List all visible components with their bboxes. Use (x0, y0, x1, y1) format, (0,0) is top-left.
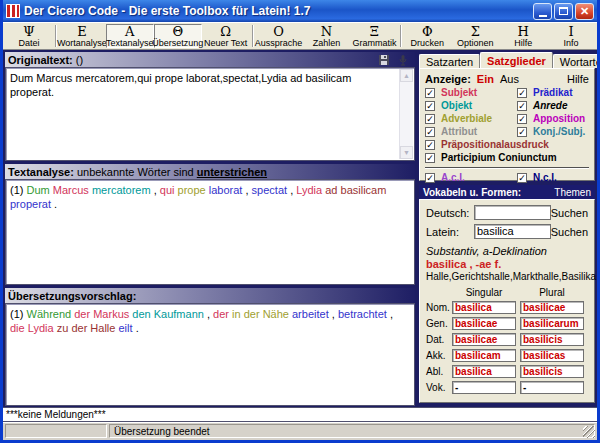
microphone-icon[interactable] (398, 54, 408, 66)
declension-row: Nom.basilicabasilicae (426, 299, 588, 315)
toolbar-button-hilfe[interactable]: HHilfe (499, 24, 547, 48)
textanalyse-note: unbekannte Wörter sind (77, 166, 194, 178)
checkbox[interactable]: ✓ (425, 173, 435, 183)
latein-suchen-button[interactable]: Suchen (551, 226, 588, 238)
checkbox[interactable]: ✓ (517, 114, 527, 124)
tab-satzarten[interactable]: Satzarten (419, 54, 480, 68)
anzeige-ein-button[interactable]: Ein (477, 73, 494, 85)
declension-singular-field[interactable]: basilicae (452, 333, 516, 346)
divider (425, 167, 589, 169)
checkbox[interactable]: ✓ (425, 127, 435, 137)
declension-plural-field[interactable]: basilicis (520, 333, 584, 346)
uebersetzung-area[interactable]: (1) Während der Markus den Kaufmann , de… (5, 303, 415, 406)
checkbox-bottom-left: ✓A.c.I. (425, 171, 589, 184)
checkbox[interactable]: ✓ (517, 173, 527, 183)
word-token: Marcus (53, 184, 89, 196)
checkbox-column-right: ✓Prädikat✓Anrede✓Apposition✓Konj./Subj. (517, 86, 585, 138)
checkbox[interactable]: ✓ (425, 88, 435, 98)
word-token: qui (160, 184, 175, 196)
word-token: Nähe (263, 308, 289, 320)
word-token: . (54, 198, 57, 210)
declension-singular-field[interactable]: basilicam (452, 349, 516, 362)
toolbar-button-übersetzung[interactable]: ΘÜbersetzung (154, 24, 202, 48)
originaltext-area[interactable]: Dum Marcus mercatorem,qui prope laborat,… (5, 67, 415, 161)
word-token: laborat (209, 184, 243, 196)
scrollbar[interactable]: ▲ ▼ (399, 69, 413, 159)
checkbox-label: N.c.I. (533, 172, 557, 183)
declension-singular-field[interactable]: basilicae (452, 317, 516, 330)
word-token: der (71, 322, 87, 334)
checkbox[interactable]: ✓ (425, 153, 435, 163)
word-token: spectat (252, 184, 287, 196)
latein-input[interactable]: basilica (474, 224, 551, 239)
declension-plural-field[interactable]: - (520, 381, 584, 394)
word-token: betrachtet (338, 308, 387, 320)
toolbar-button-label: Datei (18, 38, 39, 48)
word-token: prope (178, 184, 206, 196)
toolbar-button-info[interactable]: IInfo (547, 24, 595, 48)
textanalyse-note-underlined: unterstrichen (197, 166, 267, 178)
checkbox[interactable]: ✓ (425, 140, 435, 150)
themen-link[interactable]: Themen (554, 187, 591, 198)
close-button[interactable]: ✕ (575, 3, 594, 20)
anzeige-aus-button[interactable]: Aus (500, 73, 519, 85)
deutsch-input[interactable] (474, 205, 551, 220)
toolbar-button-label: Aussprache (255, 38, 303, 48)
maximize-button[interactable] (554, 3, 573, 20)
toolbar-glyph-icon: I (569, 25, 574, 38)
word-token: Während (27, 308, 72, 320)
checkbox[interactable]: ✓ (517, 127, 527, 137)
latein-search-row: Latein: basilica Suchen (426, 222, 588, 241)
declension-row: Abl.basilicabasilicis (426, 363, 588, 379)
word-token: , (390, 308, 393, 320)
toolbar-button-grammatik[interactable]: ΞGrammatik (350, 24, 398, 48)
checkbox[interactable]: ✓ (425, 114, 435, 124)
checkbox[interactable]: ✓ (517, 88, 527, 98)
save-icon[interactable] (378, 54, 390, 66)
word-token: arbeitet (292, 308, 329, 320)
toolbar-glyph-icon: Φ (422, 25, 433, 38)
word-token: der (213, 308, 229, 320)
message-text: ***keine Meldungen*** (6, 409, 106, 420)
declension-plural-field[interactable]: basilicarum (520, 317, 584, 330)
minimize-icon (539, 15, 547, 17)
declension-singular-field[interactable]: basilica (452, 365, 516, 378)
checkbox[interactable]: ✓ (425, 101, 435, 111)
textanalyse-title: Textanalyse: (8, 166, 74, 178)
scroll-up-icon[interactable]: ▲ (400, 69, 413, 82)
message-bar: ***keine Meldungen*** (3, 407, 597, 422)
resize-grip[interactable] (583, 426, 595, 438)
deutsch-suchen-button[interactable]: Suchen (551, 207, 588, 219)
declension-header: Singular Plural (426, 287, 588, 299)
declension-plural-field[interactable]: basilicas (520, 349, 584, 362)
toolbar-button-drucken[interactable]: ΦDrucken (403, 24, 451, 48)
checkbox-item: ✓A.c.I. (425, 171, 589, 184)
scroll-down-icon[interactable]: ▼ (400, 146, 413, 159)
toolbar-button-neuer-text[interactable]: ΩNeuer Text (202, 24, 250, 48)
tab-wortarten[interactable]: Wortarten (553, 54, 600, 68)
toolbar-button-optionen[interactable]: ΣOptionen (451, 24, 499, 48)
word-token: (1) (10, 308, 23, 320)
toolbar-button-textanalyse[interactable]: ATextanalyse (106, 24, 154, 48)
toolbar-button-aussprache[interactable]: OAussprache (255, 24, 303, 48)
textanalyse-content: (1) Dum Marcus mercatorem , qui prope la… (10, 183, 410, 211)
hilfe-link[interactable]: Hilfe (567, 73, 589, 85)
declension-singular-field[interactable]: basilica (452, 301, 516, 314)
checkbox[interactable]: ✓ (517, 101, 527, 111)
textanalyse-header: Textanalyse: unbekannte Wörter sind unte… (5, 164, 415, 179)
tab-satzglieder[interactable]: Satzglieder (480, 52, 553, 68)
declension-plural-field[interactable]: basilicae (520, 301, 584, 314)
checkbox-label: Attribut (441, 126, 477, 137)
toolbar-button-zahlen[interactable]: NZahlen (303, 24, 351, 48)
originaltext-header: Originaltext: () (5, 52, 415, 67)
declension-singular-field[interactable]: - (452, 381, 516, 394)
minimize-button[interactable] (533, 3, 552, 20)
textanalyse-area[interactable]: (1) Dum Marcus mercatorem , qui prope la… (5, 179, 415, 285)
toolbar-button-datei[interactable]: ΨDatei (5, 24, 53, 48)
toolbar-button-wortanalyse[interactable]: EWortanalyse (58, 24, 106, 48)
declension-plural-field[interactable]: basilicis (520, 365, 584, 378)
checkbox-label: Konj./Subj. (533, 126, 585, 137)
toolbar-separator (55, 25, 56, 47)
checkbox-item: ✓Participium Coniunctum (425, 151, 589, 164)
checkbox-label: Subjekt (441, 87, 477, 98)
